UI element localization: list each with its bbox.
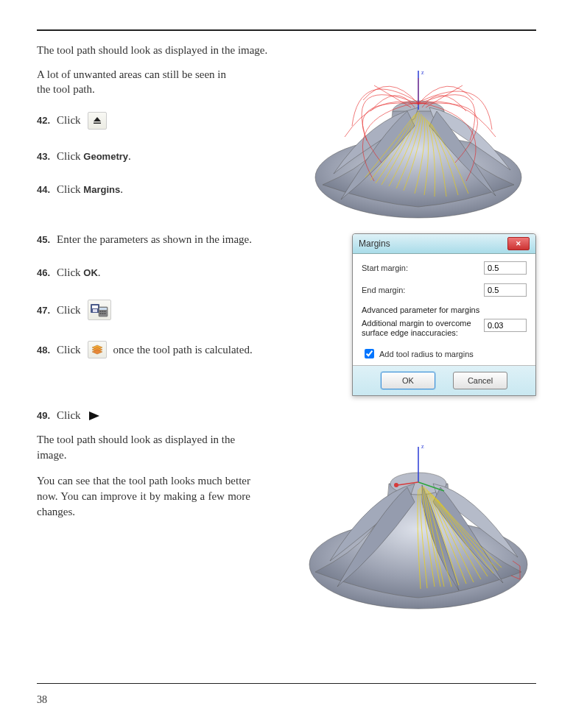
eject-icon	[88, 112, 107, 130]
calculate-save-icon	[88, 300, 111, 320]
step-47: 47. Click	[37, 300, 337, 320]
step-text: Click	[57, 409, 81, 422]
cancel-button[interactable]: Cancel	[453, 372, 507, 389]
body-text-3: You can see that the tool path looks muc…	[37, 473, 250, 520]
step-number: 43.	[37, 151, 50, 162]
svg-rect-12	[102, 311, 103, 312]
svg-rect-14	[99, 313, 101, 314]
simulate-stack-icon	[88, 341, 107, 358]
start-margin-label: Start margin:	[362, 264, 408, 272]
section-dialog: 45. Enter the parameters as shown in the…	[37, 233, 536, 396]
svg-rect-15	[102, 313, 103, 314]
add-tool-radius-checkbox[interactable]: Add tool radius to margins	[362, 347, 527, 361]
step-48: 48. Click once the tool path is calculat…	[37, 341, 337, 358]
step-number: 42.	[37, 115, 50, 126]
step-43: 43. Click Geometry.	[37, 150, 286, 163]
step-text: Click OK.	[57, 266, 101, 279]
end-margin-label: End margin:	[362, 286, 405, 294]
play-icon	[88, 411, 101, 421]
svg-text:z: z	[421, 443, 424, 450]
step-text: Click Geometry.	[57, 150, 131, 163]
step-45: 45. Enter the parameters as shown in the…	[37, 233, 337, 246]
step-text-after: once the tool path is calculated.	[113, 344, 253, 356]
svg-rect-16	[104, 313, 105, 314]
svg-rect-7	[92, 305, 98, 308]
step-text: Enter the parameters as shown in the ima…	[57, 233, 252, 246]
step-text: Click Margins.	[57, 183, 123, 196]
step-49: 49. Click	[37, 409, 536, 422]
section-bottom: The tool path should look as displayed i…	[37, 432, 536, 620]
svg-marker-0	[94, 117, 101, 121]
svg-marker-20	[89, 411, 99, 420]
svg-point-26	[394, 483, 398, 487]
section-top: A lot of unwanted areas can still be see…	[37, 67, 536, 229]
start-margin-input[interactable]	[484, 261, 527, 275]
checkbox-label: Add tool radius to margins	[379, 350, 474, 358]
dialog-title-text: Margins	[359, 238, 390, 249]
margins-dialog: Margins ✕ Start margin: End margin: Adva…	[352, 233, 536, 396]
turbine-impeller-image-2: z	[300, 432, 536, 620]
step-44: 44. Click Margins.	[37, 183, 286, 196]
turbine-impeller-image-1: z	[300, 67, 536, 229]
ok-button[interactable]: OK	[381, 372, 435, 389]
svg-rect-11	[99, 311, 101, 312]
note-text: A lot of unwanted areas can still be see…	[37, 67, 228, 97]
svg-rect-1	[94, 122, 101, 124]
svg-rect-10	[99, 308, 107, 310]
dialog-titlebar: Margins ✕	[353, 234, 535, 254]
checkbox-input[interactable]	[365, 349, 374, 358]
left-column-3: The tool path should look as displayed i…	[37, 432, 286, 530]
end-margin-input[interactable]	[484, 283, 527, 297]
step-46: 46. Click OK.	[37, 266, 337, 279]
bottom-rule	[37, 683, 536, 684]
advanced-margin-label: Additional margin to overcome surface ed…	[362, 319, 476, 338]
step-number: 46.	[37, 267, 50, 278]
step-42: 42. Click	[37, 112, 286, 130]
step-number: 44.	[37, 184, 50, 195]
steps-list-2: 45. Enter the parameters as shown in the…	[37, 233, 337, 358]
step-number: 47.	[37, 305, 50, 316]
page-number: 38	[37, 694, 47, 706]
advanced-margin-input[interactable]	[484, 319, 527, 332]
step-number: 48.	[37, 344, 50, 356]
step-number: 45.	[37, 234, 50, 245]
document-page: The tool path should look as displayed i…	[0, 0, 573, 728]
step-number: 49.	[37, 410, 50, 421]
start-margin-row: Start margin:	[362, 261, 527, 275]
svg-rect-13	[104, 311, 105, 312]
body-text-2: The tool path should look as displayed i…	[37, 432, 250, 463]
dialog-body: Start margin: End margin: Advanced param…	[353, 254, 535, 365]
svg-text:z: z	[421, 69, 424, 76]
intro-text: The tool path should look as displayed i…	[37, 44, 536, 57]
end-margin-row: End margin:	[362, 283, 527, 297]
steps-list-3: 49. Click	[37, 409, 536, 422]
dialog-buttons: OK Cancel	[353, 365, 535, 395]
step-text: Click	[57, 344, 81, 356]
advanced-section-label: Advanced parameter for margins	[362, 305, 527, 314]
left-column-1: A lot of unwanted areas can still be see…	[37, 67, 286, 216]
svg-rect-8	[93, 309, 97, 312]
step-text: Click	[57, 304, 81, 317]
step-text: Click	[57, 114, 81, 127]
close-icon[interactable]: ✕	[507, 237, 530, 250]
steps-list-1: 42. Click 43. Click Geometry. 44. Click …	[37, 112, 286, 196]
top-rule	[37, 29, 536, 31]
advanced-margin-row: Additional margin to overcome surface ed…	[362, 319, 527, 338]
left-column-2: 45. Enter the parameters as shown in the…	[37, 233, 337, 379]
